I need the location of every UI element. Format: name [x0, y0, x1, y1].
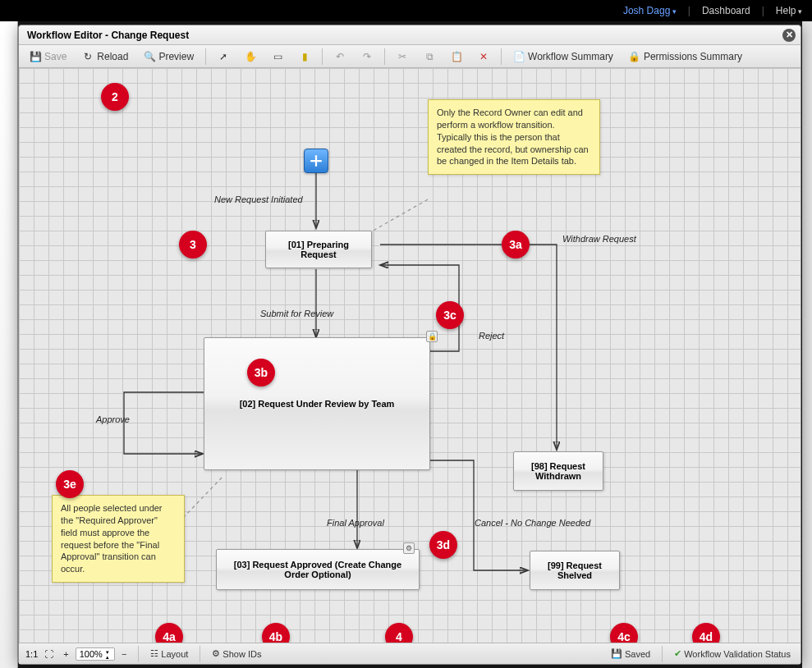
summary-icon: 📄 — [513, 51, 525, 62]
permissions-summary-label: Permissions Summary — [644, 51, 742, 62]
validation-label: Workflow Validation Status — [684, 649, 791, 659]
workflow-summary-label: Workflow Summary — [528, 51, 613, 62]
callout-3: 3 — [179, 231, 207, 259]
callout-3e: 3e — [56, 470, 84, 498]
saved-status[interactable]: 💾 Saved — [608, 647, 654, 660]
callout-4: 4 — [385, 623, 413, 643]
gear-icon[interactable]: ⚙ — [403, 542, 415, 554]
workflow-canvas[interactable]: [01] Preparing Request [02] Request Unde… — [19, 68, 801, 643]
undo-icon: ↶ — [334, 51, 346, 62]
saved-label: Saved — [625, 649, 650, 659]
zoom-ratio: 1:1 — [25, 649, 38, 659]
paste-button[interactable]: 📋 — [445, 48, 468, 66]
delete-icon: ✕ — [478, 51, 489, 62]
label-reject[interactable]: Reject — [479, 331, 504, 341]
plus-icon — [309, 153, 323, 168]
zoom-out-button[interactable]: − — [118, 648, 130, 660]
preview-icon: 🔍 — [144, 51, 155, 62]
label-withdraw[interactable]: Withdraw Request — [562, 234, 636, 244]
callout-3b: 3b — [247, 359, 275, 387]
permissions-summary-button[interactable]: 🔒 Permissions Summary — [623, 48, 748, 66]
svg-line-2 — [370, 199, 428, 232]
help-menu[interactable]: Help — [776, 5, 802, 16]
redo-icon: ↷ — [361, 51, 373, 62]
save-icon: 💾 — [30, 51, 41, 62]
user-menu[interactable]: Josh Dagg — [623, 5, 677, 16]
save-icon: 💾 — [611, 648, 622, 659]
pointer-tool[interactable]: ➚ — [212, 48, 235, 66]
state-03[interactable]: [03] Request Approved (Create Change Ord… — [216, 549, 420, 590]
callout-3a: 3a — [502, 231, 530, 259]
svg-line-3 — [183, 477, 222, 518]
zoom-in-button[interactable]: + — [60, 648, 71, 660]
note-approvers[interactable]: All people selected under the "Required … — [52, 495, 185, 583]
close-button[interactable]: ✕ — [782, 29, 796, 42]
start-node[interactable] — [304, 149, 328, 173]
state-01[interactable]: [01] Preparing Request — [265, 231, 372, 268]
fit-icon: ⛶ — [44, 649, 53, 659]
state-98[interactable]: [98] Request Withdrawn — [513, 451, 603, 491]
check-icon: ✔ — [674, 648, 681, 659]
app-header: Josh Dagg | Dashboard | Help — [0, 0, 812, 21]
save-button[interactable]: 💾 Save — [24, 48, 72, 66]
status-bar: 1:1 ⛶ + 100% − ☷ Layout ⚙ Show IDs 💾 Sav… — [19, 643, 801, 664]
callout-4c: 4c — [610, 623, 638, 643]
note-icon: ▮ — [299, 51, 310, 62]
gear-icon: ⚙ — [212, 648, 220, 659]
validation-status[interactable]: ✔ Workflow Validation Status — [671, 647, 794, 660]
window-titlebar[interactable]: Workflow Editor - Change Request ✕ — [19, 25, 801, 45]
pointer-icon: ➚ — [218, 51, 229, 62]
label-new-request[interactable]: New Request Initiated — [214, 194, 303, 204]
workflow-summary-button[interactable]: 📄 Workflow Summary — [507, 48, 619, 66]
state-icon: ▭ — [272, 51, 283, 62]
callout-4b: 4b — [262, 623, 290, 643]
background-panel-left — [0, 21, 18, 668]
reload-icon: ↻ — [82, 51, 94, 62]
label-cancel[interactable]: Cancel - No Change Needed — [475, 518, 590, 528]
label-approve[interactable]: Approve — [96, 414, 130, 424]
callout-3c: 3c — [436, 301, 464, 329]
copy-icon: ⧉ — [424, 51, 435, 62]
zoom-level[interactable]: 100% — [76, 647, 115, 661]
delete-button[interactable]: ✕ — [472, 48, 495, 66]
note-tool[interactable]: ▮ — [293, 48, 316, 66]
redo-button[interactable]: ↷ — [356, 48, 378, 66]
cut-button[interactable]: ✂ — [391, 48, 414, 66]
background-panel-right — [802, 21, 812, 668]
undo-button[interactable]: ↶ — [328, 48, 351, 66]
layout-icon: ☷ — [150, 648, 158, 659]
label-final-approval[interactable]: Final Approval — [327, 518, 384, 528]
show-ids-label: Show IDs — [222, 649, 261, 659]
fit-button[interactable]: ⛶ — [41, 648, 57, 660]
show-ids-button[interactable]: ⚙ Show IDs — [209, 647, 264, 660]
note-owner[interactable]: Only the Record Owner can edit and perfo… — [428, 99, 600, 175]
callout-4a: 4a — [155, 623, 183, 643]
cut-icon: ✂ — [397, 51, 408, 62]
dashboard-link[interactable]: Dashboard — [702, 5, 750, 16]
preview-label: Preview — [158, 51, 194, 62]
state-tool[interactable]: ▭ — [266, 48, 289, 66]
layout-label: Layout — [161, 649, 188, 659]
state-99[interactable]: [99] Request Shelved — [530, 551, 620, 590]
toolbar: 💾 Save ↻ Reload 🔍 Preview ➚ ✋ ▭ ▮ ↶ ↷ ✂ … — [19, 45, 801, 68]
label-submit-review[interactable]: Submit for Review — [260, 309, 333, 318]
paste-icon: 📋 — [451, 51, 462, 62]
reload-label: Reload — [97, 51, 128, 62]
state-02[interactable]: [02] Request Under Review by Team — [204, 337, 430, 470]
permissions-icon: 🔒 — [629, 51, 640, 62]
canvas-viewport: [01] Preparing Request [02] Request Unde… — [19, 68, 801, 643]
copy-button[interactable]: ⧉ — [418, 48, 441, 66]
callout-3d: 3d — [429, 531, 457, 559]
reload-button[interactable]: ↻ Reload — [76, 48, 134, 66]
callout-2: 2 — [101, 83, 129, 111]
lock-icon[interactable]: 🔒 — [426, 331, 438, 342]
hand-icon: ✋ — [245, 51, 256, 62]
callout-4d: 4d — [692, 623, 720, 643]
workflow-editor-window: Workflow Editor - Change Request ✕ 💾 Sav… — [18, 25, 801, 665]
window-title: Workflow Editor - Change Request — [27, 30, 189, 41]
preview-button[interactable]: 🔍 Preview — [138, 48, 200, 66]
layout-button[interactable]: ☷ Layout — [147, 647, 191, 660]
pan-tool[interactable]: ✋ — [239, 48, 262, 66]
save-label: Save — [44, 51, 67, 62]
